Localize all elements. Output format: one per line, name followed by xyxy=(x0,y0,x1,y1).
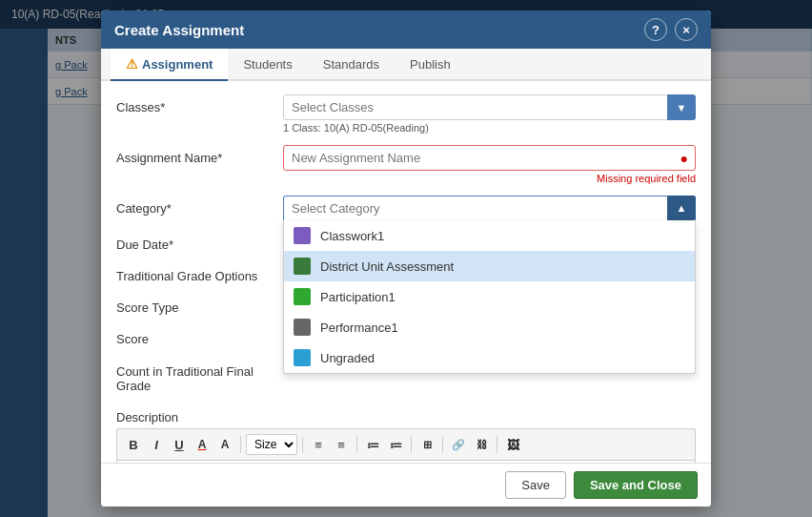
toolbar-divider-4 xyxy=(411,436,412,453)
toolbar-divider-5 xyxy=(442,436,443,453)
editor-wrapper: B I U A A Size ≡ ≡ ≔ ≔ xyxy=(116,428,696,463)
bullet-list-button[interactable]: ≔ xyxy=(362,434,383,455)
tab-standards[interactable]: Standards xyxy=(308,49,395,81)
tab-assignment[interactable]: ⚠ Assignment xyxy=(111,49,228,81)
assignment-name-row: Assignment Name* ● Missing required fiel… xyxy=(116,145,696,184)
assignment-name-label: Assignment Name* xyxy=(116,145,283,165)
due-date-label: Due Date* xyxy=(116,232,283,252)
close-button[interactable]: × xyxy=(675,18,698,41)
tab-standards-label: Standards xyxy=(323,57,379,72)
help-button[interactable]: ? xyxy=(644,18,667,41)
participation1-label: Participation1 xyxy=(320,290,396,304)
classes-subtext: 1 Class: 10(A) RD-05(Reading) xyxy=(283,122,696,134)
tabs-bar: ⚠ Assignment Students Standards Publish xyxy=(101,49,711,81)
score-type-label: Score Type xyxy=(116,295,283,315)
toolbar-divider-3 xyxy=(356,436,357,453)
count-label: Count in Traditional Final Grade xyxy=(116,359,283,393)
editor-toolbar: B I U A A Size ≡ ≡ ≔ ≔ xyxy=(116,428,696,460)
toolbar-divider-6 xyxy=(497,436,497,453)
modal-body: Classes* ▼ 1 Class: 10(A) RD-05(Reading)… xyxy=(101,81,711,463)
participation1-color xyxy=(294,288,311,305)
ungraded-color xyxy=(294,349,311,366)
classwork1-label: Classwork1 xyxy=(320,229,384,243)
category-option-classwork1[interactable]: Classwork1 xyxy=(284,220,695,251)
category-dropdown: Classwork1 District Unit Assessment Part… xyxy=(283,220,696,374)
highlight-button[interactable]: A xyxy=(214,434,235,455)
tab-assignment-label: Assignment xyxy=(142,57,213,72)
classes-control: ▼ 1 Class: 10(A) RD-05(Reading) xyxy=(283,94,696,134)
classwork1-color xyxy=(294,227,311,244)
save-button[interactable]: Save xyxy=(505,471,566,499)
tab-publish[interactable]: Publish xyxy=(395,49,466,81)
unlink-button[interactable]: ⛓ xyxy=(471,434,492,455)
modal-title: Create Assignment xyxy=(114,22,244,38)
traditional-grade-label: Traditional Grade Options xyxy=(116,263,257,283)
district-unit-color xyxy=(294,258,311,275)
category-row: Category* ▲ Classwork1 Di xyxy=(116,196,696,220)
category-option-district-unit[interactable]: District Unit Assessment xyxy=(284,251,695,281)
category-option-participation1[interactable]: Participation1 xyxy=(284,281,695,312)
modal-header-icons: ? × xyxy=(644,18,698,41)
category-select[interactable] xyxy=(283,196,696,220)
toolbar-divider-2 xyxy=(302,436,303,453)
toolbar-divider-1 xyxy=(240,436,241,453)
category-select-wrapper: ▲ xyxy=(283,196,696,220)
classes-label: Classes* xyxy=(116,94,283,114)
table-button[interactable]: ⊞ xyxy=(416,434,437,455)
category-control: ▲ Classwork1 District Unit Assessment xyxy=(283,196,696,220)
classes-row: Classes* ▼ 1 Class: 10(A) RD-05(Reading) xyxy=(116,94,696,134)
underline-button[interactable]: U xyxy=(169,434,190,455)
size-select[interactable]: Size xyxy=(246,434,297,455)
category-option-ungraded[interactable]: Ungraded xyxy=(284,342,695,373)
score-label: Score xyxy=(116,326,283,346)
ungraded-label: Ungraded xyxy=(320,351,375,365)
editor-area[interactable] xyxy=(116,460,696,463)
district-unit-label: District Unit Assessment xyxy=(320,259,454,274)
save-close-button[interactable]: Save and Close xyxy=(574,471,698,499)
modal-header: Create Assignment ? × xyxy=(101,10,711,49)
description-label: Description xyxy=(116,404,283,424)
error-message: Missing required field xyxy=(283,173,696,184)
tab-students[interactable]: Students xyxy=(228,49,307,81)
description-row: Description B I U A A Size ≡ ≡ xyxy=(116,404,696,463)
tab-publish-label: Publish xyxy=(410,57,451,72)
classes-select-wrapper: ▼ xyxy=(283,94,696,120)
font-color-button[interactable]: A xyxy=(192,434,213,455)
image-button[interactable]: 🖼 xyxy=(502,434,523,455)
classes-select[interactable] xyxy=(283,94,696,120)
align-left-button[interactable]: ≡ xyxy=(308,434,329,455)
tab-students-label: Students xyxy=(243,57,292,72)
category-label: Category* xyxy=(116,196,283,216)
warning-icon: ⚠ xyxy=(126,56,138,72)
modal-footer: Save Save and Close xyxy=(101,463,711,507)
performance1-label: Performance1 xyxy=(320,321,398,335)
category-option-performance1[interactable]: Performance1 xyxy=(284,312,695,342)
error-icon: ● xyxy=(680,151,688,166)
link-button[interactable]: 🔗 xyxy=(448,434,469,455)
performance1-color xyxy=(294,319,311,336)
align-center-button[interactable]: ≡ xyxy=(331,434,352,455)
bold-button[interactable]: B xyxy=(123,434,144,455)
italic-button[interactable]: I xyxy=(146,434,167,455)
create-assignment-modal: Create Assignment ? × ⚠ Assignment Stude… xyxy=(101,10,711,507)
assignment-name-control: ● Missing required field xyxy=(283,145,696,184)
ordered-list-button[interactable]: ≔ xyxy=(385,434,406,455)
assignment-name-input[interactable] xyxy=(283,145,696,171)
modal-overlay: Create Assignment ? × ⚠ Assignment Stude… xyxy=(0,0,812,517)
